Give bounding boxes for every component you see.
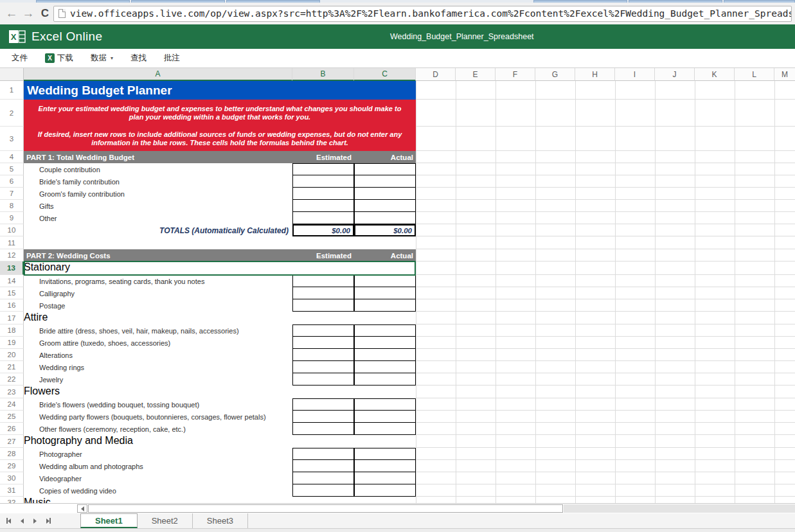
row-header-18[interactable]: 18 — [0, 324, 24, 337]
cell-C12[interactable]: Actual — [354, 249, 416, 262]
cell-B4[interactable]: Estimated — [292, 151, 354, 163]
cell-A18[interactable]: Bride attire (dress, shoes, veil, hair, … — [24, 324, 292, 337]
cell-A13[interactable]: Stationary — [24, 262, 416, 275]
cell-A14[interactable]: Invitations, programs, seating cards, th… — [24, 275, 292, 287]
column-header-K[interactable]: K — [695, 68, 735, 81]
row-header-17[interactable]: 17 — [0, 312, 24, 324]
cell-A7[interactable]: Groom's family contribution — [24, 188, 292, 200]
column-header-H[interactable]: H — [575, 68, 615, 81]
cell-C5[interactable] — [354, 163, 416, 175]
grid-cells-row-32[interactable] — [416, 497, 795, 503]
grid-cells-row-28[interactable] — [416, 448, 795, 460]
cell-C15[interactable] — [354, 287, 416, 299]
forward-icon[interactable]: → — [20, 6, 37, 21]
column-header-D[interactable]: D — [416, 68, 456, 81]
cell-A5[interactable]: Couple contribution — [24, 163, 292, 175]
menu-download[interactable]: X 下载 — [45, 53, 73, 64]
select-all-corner[interactable] — [0, 68, 24, 81]
cell-C21[interactable] — [354, 361, 416, 373]
cell-B18[interactable] — [292, 324, 354, 337]
column-header-F[interactable]: F — [496, 68, 535, 81]
tab-sheet3[interactable]: Sheet3 — [193, 513, 248, 528]
row-header-27[interactable]: 27 — [0, 435, 24, 448]
cell-B25[interactable] — [292, 411, 354, 423]
row-header-15[interactable]: 15 — [0, 287, 24, 299]
cell-A9[interactable]: Other — [24, 212, 292, 224]
cell-A25[interactable]: Wedding party flowers (bouquets, boutonn… — [24, 411, 292, 423]
first-sheet-icon[interactable] — [6, 518, 11, 524]
cell-C28[interactable] — [354, 448, 416, 460]
cell-A12[interactable]: PART 2: Wedding Costs — [24, 249, 292, 262]
cell-B5[interactable] — [292, 163, 354, 175]
prev-sheet-icon[interactable] — [21, 519, 24, 524]
tab-sheet2[interactable]: Sheet2 — [138, 513, 193, 528]
cell-B20[interactable] — [292, 349, 354, 361]
cell-B12[interactable]: Estimated — [292, 249, 354, 262]
cell-C4[interactable]: Actual — [354, 151, 416, 163]
cell-B16[interactable] — [292, 299, 354, 312]
cell-C30[interactable] — [354, 472, 416, 484]
cell-C20[interactable] — [354, 349, 416, 361]
row-header-2[interactable]: 2 — [0, 100, 24, 127]
cell-A31[interactable]: Copies of wedding video — [24, 484, 292, 497]
cell-A28[interactable]: Photographer — [24, 448, 292, 460]
grid-cells-row-8[interactable] — [416, 200, 795, 212]
row-header-1[interactable]: 1 — [0, 81, 24, 100]
row-header-32[interactable]: 32 — [0, 497, 24, 503]
row-header-30[interactable]: 30 — [0, 472, 24, 484]
column-header-I[interactable]: I — [615, 68, 655, 81]
cell-C7[interactable] — [354, 188, 416, 200]
cell-C16[interactable] — [354, 299, 416, 312]
address-bar[interactable]: view.officeapps.live.com/op/view.aspx?sr… — [53, 6, 792, 22]
column-header-E[interactable]: E — [456, 68, 496, 81]
back-icon[interactable]: ← — [3, 6, 20, 21]
cell-A19[interactable]: Groom attire (tuxedo, shoes, accessories… — [24, 337, 292, 349]
cell-C18[interactable] — [354, 324, 416, 337]
cell-C25[interactable] — [354, 411, 416, 423]
grid-cells-row-3[interactable] — [416, 127, 795, 151]
cell-B14[interactable] — [292, 275, 354, 287]
grid-cells-row-21[interactable] — [416, 361, 795, 373]
grid-cells-row-31[interactable] — [416, 484, 795, 497]
grid-cells-row-19[interactable] — [416, 337, 795, 349]
menu-file[interactable]: 文件 — [12, 53, 28, 64]
grid-cells-row-13[interactable] — [416, 262, 795, 275]
row-header-21[interactable]: 21 — [0, 361, 24, 373]
column-header-A[interactable]: A — [24, 68, 292, 81]
cell-A6[interactable]: Bride's family contribution — [24, 175, 292, 188]
scrollbar-track[interactable] — [564, 504, 795, 513]
cell-C14[interactable] — [354, 275, 416, 287]
cell-C6[interactable] — [354, 175, 416, 188]
grid-cells-row-20[interactable] — [416, 349, 795, 361]
grid-cells-row-1[interactable] — [416, 81, 795, 100]
cell-B22[interactable] — [292, 373, 354, 386]
cell-A27[interactable]: Photography and Media — [24, 435, 416, 448]
grid-cells-row-27[interactable] — [416, 435, 795, 448]
grid-cells-row-26[interactable] — [416, 423, 795, 435]
row-header-19[interactable]: 19 — [0, 337, 24, 349]
cell-C29[interactable] — [354, 460, 416, 472]
row-header-20[interactable]: 20 — [0, 349, 24, 361]
row-header-25[interactable]: 25 — [0, 411, 24, 423]
grid-cells-row-6[interactable] — [416, 175, 795, 188]
row-header-31[interactable]: 31 — [0, 484, 24, 497]
next-sheet-icon[interactable] — [33, 519, 37, 524]
row-header-8[interactable]: 8 — [0, 200, 24, 212]
row-header-5[interactable]: 5 — [0, 163, 24, 175]
grid-cells-row-12[interactable] — [416, 249, 795, 262]
cell-C10[interactable]: $0.00 — [354, 224, 416, 236]
cell-A24[interactable]: Bride's flowers (wedding bouquet, tossin… — [24, 398, 292, 411]
grid-cells-row-17[interactable] — [416, 312, 795, 324]
grid-cells-row-11[interactable] — [416, 236, 795, 249]
grid-cells-row-25[interactable] — [416, 411, 795, 423]
cell-B15[interactable] — [292, 287, 354, 299]
last-sheet-icon[interactable] — [46, 518, 51, 524]
cell-A4[interactable]: PART 1: Total Wedding Budget — [24, 151, 292, 163]
row-header-3[interactable]: 3 — [0, 127, 24, 151]
grid-cells-row-24[interactable] — [416, 398, 795, 411]
grid-cells-row-16[interactable] — [416, 299, 795, 312]
cell-B7[interactable] — [292, 188, 354, 200]
cell-B19[interactable] — [292, 337, 354, 349]
column-header-C[interactable]: C — [354, 68, 416, 81]
row-header-9[interactable]: 9 — [0, 212, 24, 224]
